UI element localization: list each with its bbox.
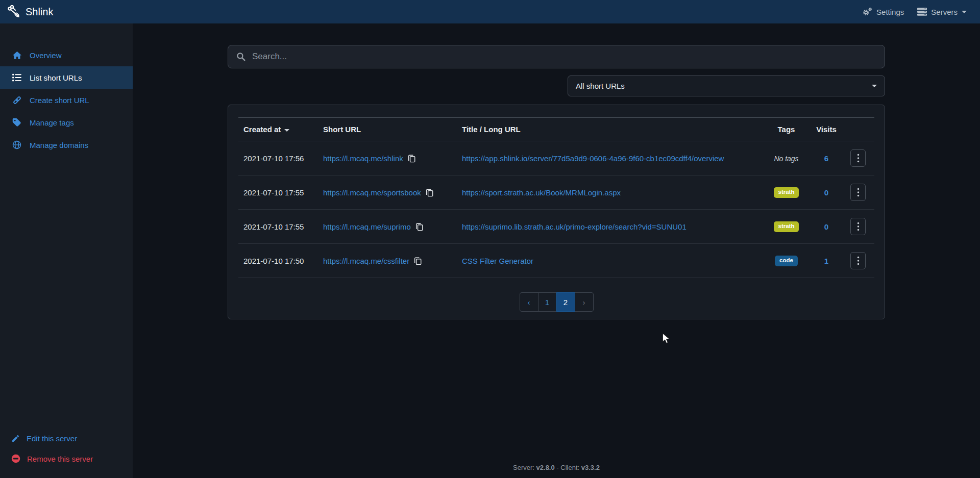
search-icon (236, 52, 246, 61)
server-actions: Edit this server Remove this server (0, 429, 133, 469)
server-version-label: Server: (513, 464, 534, 471)
sidebar-item-label: Overview (30, 51, 62, 60)
kebab-icon (857, 154, 860, 163)
sidebar-item-list-short-urls[interactable]: List short URLs (0, 66, 133, 89)
header-title-long-url: Title / Long URL (458, 118, 762, 141)
edit-server-link[interactable]: Edit this server (0, 429, 133, 448)
long-url-link[interactable]: CSS Filter Generator (462, 257, 533, 265)
cogs-icon (862, 7, 872, 16)
created-at-cell: 2021-07-10 17:56 (238, 141, 319, 175)
sidebar-item-label: Manage domains (30, 141, 88, 149)
long-url-link[interactable]: https://suprimo.lib.strath.ac.uk/primo-e… (462, 222, 687, 231)
table-row: 2021-07-10 17:55 https://l.mcaq.me/sport… (238, 175, 874, 210)
globe-icon (11, 140, 22, 149)
created-at-cell: 2021-07-10 17:50 (238, 244, 319, 278)
pagination-prev-button[interactable]: ‹ (520, 292, 538, 312)
minus-circle-icon (11, 454, 20, 463)
settings-menu-item[interactable]: Settings (862, 7, 904, 16)
server-version: v2.8.0 (536, 464, 555, 471)
version-separator: - (556, 464, 558, 471)
created-at-cell: 2021-07-10 17:55 (238, 210, 319, 244)
header-menu (842, 118, 874, 141)
sidebar: Overview List short URLs Create short UR… (0, 23, 133, 478)
created-at-cell: 2021-07-10 17:55 (238, 175, 319, 210)
version-footer: Server: v2.8.0 - Client: v3.3.2 (133, 464, 980, 471)
long-url-link[interactable]: https://sport.strath.ac.uk/Book/MRMLogin… (462, 188, 621, 197)
home-icon (11, 51, 22, 60)
row-menu-button[interactable] (850, 184, 866, 201)
copy-icon[interactable] (408, 154, 415, 163)
top-navbar: Shlink Settings (0, 0, 980, 23)
chevron-down-icon (872, 85, 877, 87)
short-url-link[interactable]: https://l.mcaq.me/suprimo (323, 222, 411, 231)
pencil-icon (11, 434, 20, 443)
pagination-next-button[interactable]: › (575, 292, 594, 312)
table-row: 2021-07-10 17:55 https://l.mcaq.me/supri… (238, 210, 874, 244)
kebab-icon (857, 188, 860, 197)
pagination-page-2[interactable]: 2 (556, 292, 575, 312)
tag-badge[interactable]: strath (774, 221, 799, 232)
main-content: All short URLs Created at Short URL Titl… (133, 23, 980, 478)
copy-icon[interactable] (426, 188, 433, 197)
servers-menu-item[interactable]: Servers (917, 8, 967, 16)
visits-count-link[interactable]: 0 (824, 188, 828, 197)
copy-icon[interactable] (414, 257, 422, 265)
row-menu-button[interactable] (850, 218, 866, 235)
pagination: ‹ 1 2 › (238, 292, 874, 312)
tag-badge[interactable]: strath (774, 187, 799, 198)
list-icon (11, 73, 22, 82)
copy-icon[interactable] (415, 222, 423, 231)
visits-count-link[interactable]: 1 (824, 257, 828, 265)
short-url-link[interactable]: https://l.mcaq.me/sportsbook (323, 188, 421, 197)
row-menu-button[interactable] (850, 252, 866, 269)
header-short-url: Short URL (319, 118, 458, 141)
search-bar (228, 45, 885, 68)
chevron-down-icon (962, 11, 967, 13)
sidebar-item-label: Manage tags (30, 118, 74, 127)
header-tags: Tags (762, 118, 811, 141)
remove-server-label: Remove this server (27, 455, 93, 463)
no-tags-label: No tags (774, 155, 798, 163)
brand-title: Shlink (26, 6, 53, 18)
link-icon (11, 95, 22, 105)
search-input[interactable] (252, 52, 876, 62)
shlink-logo-icon (7, 5, 20, 18)
short-urls-table: Created at Short URL Title / Long URL Ta… (238, 117, 874, 278)
table-row: 2021-07-10 17:56 https://l.mcaq.me/shlin… (238, 141, 874, 175)
header-created-at[interactable]: Created at (238, 118, 319, 141)
selected-filter-value: All short URLs (576, 82, 625, 90)
remove-server-link[interactable]: Remove this server (0, 448, 133, 469)
visits-count-link[interactable]: 6 (824, 154, 828, 163)
sidebar-item-create-short-url[interactable]: Create short URL (0, 89, 133, 111)
sidebar-item-label: List short URLs (30, 73, 82, 82)
servers-label: Servers (931, 8, 958, 16)
tag-badge[interactable]: code (775, 256, 798, 266)
sidebar-item-manage-tags[interactable]: Manage tags (0, 111, 133, 134)
settings-label: Settings (876, 8, 904, 16)
sidebar-item-label: Create short URL (30, 96, 89, 105)
short-urls-card: Created at Short URL Title / Long URL Ta… (228, 105, 885, 319)
client-version: v3.3.2 (581, 464, 600, 471)
client-version-label: Client: (560, 464, 579, 471)
kebab-icon (857, 222, 860, 231)
server-stack-icon (917, 8, 927, 16)
short-url-link[interactable]: https://l.mcaq.me/cssfilter (323, 257, 409, 265)
pagination-page-1[interactable]: 1 (538, 292, 557, 312)
navbar-right: Settings Servers (862, 7, 967, 16)
sidebar-item-manage-domains[interactable]: Manage domains (0, 134, 133, 156)
table-row: 2021-07-10 17:50 https://l.mcaq.me/cssfi… (238, 244, 874, 278)
long-url-link[interactable]: https://app.shlink.io/server/77d5a9d9-06… (462, 154, 724, 163)
visits-count-link[interactable]: 0 (824, 222, 828, 231)
header-visits: Visits (811, 118, 842, 141)
filter-row: All short URLs (228, 76, 885, 96)
shorturls-filter-select[interactable]: All short URLs (568, 76, 885, 96)
row-menu-button[interactable] (850, 149, 866, 167)
short-url-link[interactable]: https://l.mcaq.me/shlink (323, 154, 403, 163)
brand[interactable]: Shlink (7, 5, 53, 18)
sort-caret-down-icon (284, 129, 289, 132)
tag-icon (11, 118, 22, 127)
edit-server-label: Edit this server (27, 434, 77, 443)
table-header-row: Created at Short URL Title / Long URL Ta… (238, 118, 874, 141)
kebab-icon (857, 256, 860, 265)
sidebar-item-overview[interactable]: Overview (0, 44, 133, 66)
